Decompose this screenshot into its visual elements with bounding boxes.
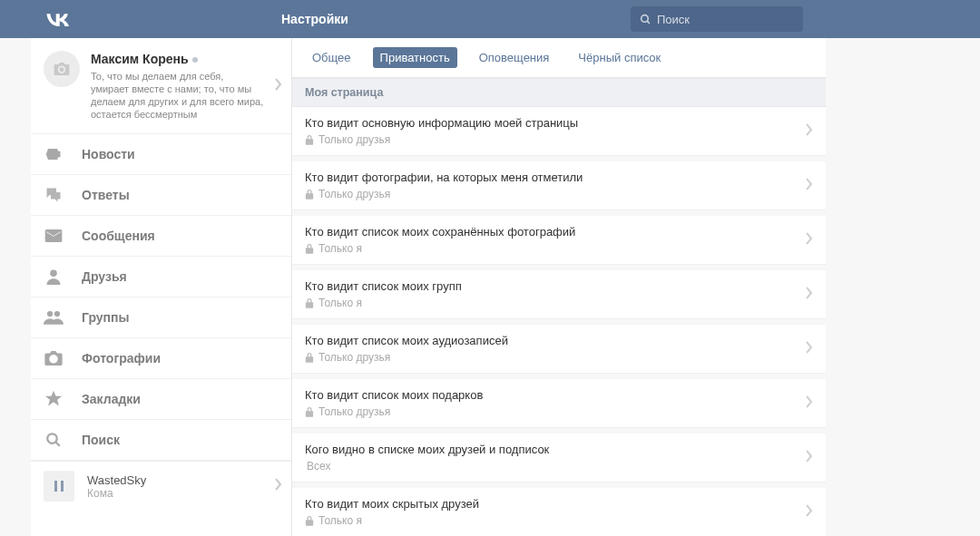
privacy-setting-row[interactable]: Кого видно в списке моих друзей и подпис…	[292, 434, 826, 482]
setting-value: Только друзья	[305, 133, 813, 146]
setting-title: Кто видит фотографии, на которых меня от…	[305, 171, 813, 184]
tab-general[interactable]: Общее	[305, 47, 358, 68]
sidebar-item-replies[interactable]: Ответы	[31, 175, 291, 216]
chevron-right-icon	[806, 232, 813, 249]
privacy-setting-row[interactable]: Кто видит список моих сохранённых фотогр…	[292, 216, 826, 265]
friends-icon	[44, 268, 64, 285]
sidebar-item-search[interactable]: Поиск	[31, 420, 291, 461]
setting-title: Кого видно в списке моих друзей и подпис…	[305, 443, 813, 456]
setting-value: Всех	[305, 460, 813, 473]
chevron-right-icon	[806, 450, 813, 466]
profile-card[interactable]: Максим Корень То, что мы делаем для себя…	[31, 38, 291, 134]
profile-status: То, что мы делаем для себя, умирает вмес…	[91, 70, 280, 121]
sidebar: Максим Корень То, что мы делаем для себя…	[31, 38, 292, 536]
tabs: Общее Приватность Оповещения Чёрный спис…	[292, 38, 826, 78]
setting-title: Кто видит моих скрытых друзей	[305, 497, 813, 511]
svg-rect-7	[54, 481, 57, 492]
chevron-right-icon	[806, 287, 813, 303]
sidebar-item-label: Новости	[82, 147, 135, 161]
privacy-setting-row[interactable]: Кто видит основную информацию моей стран…	[292, 107, 826, 156]
avatar	[44, 51, 80, 87]
tab-blacklist[interactable]: Чёрный список	[571, 47, 668, 68]
chevron-right-icon	[275, 478, 282, 494]
setting-value: Только я	[305, 514, 813, 527]
setting-title: Кто видит список моих подарков	[305, 388, 813, 402]
sidebar-item-label: Сообщения	[82, 229, 155, 243]
lock-icon	[305, 243, 314, 254]
news-icon	[44, 146, 64, 162]
content: Общее Приватность Оповещения Чёрный спис…	[292, 38, 980, 536]
vk-logo[interactable]	[45, 12, 281, 26]
lock-icon	[305, 297, 314, 308]
sidebar-item-bookmarks[interactable]: Закладки	[31, 379, 291, 420]
topbar: Настройки Поиск	[0, 0, 980, 38]
setting-title: Кто видит список моих аудиозаписей	[305, 334, 813, 347]
svg-point-3	[47, 311, 53, 317]
player-track: Кома	[87, 487, 146, 500]
svg-rect-8	[61, 481, 64, 492]
lock-icon	[305, 515, 314, 526]
groups-icon	[44, 309, 64, 326]
sidebar-item-label: Ответы	[82, 188, 130, 202]
messages-icon	[44, 229, 64, 242]
pause-button[interactable]	[44, 471, 74, 502]
svg-line-6	[55, 442, 60, 446]
sidebar-item-label: Закладки	[82, 392, 141, 406]
setting-value: Только я	[305, 242, 813, 255]
search-placeholder: Поиск	[657, 13, 690, 26]
chevron-right-icon	[806, 341, 813, 357]
privacy-setting-row[interactable]: Кто видит фотографии, на которых меня от…	[292, 161, 826, 210]
setting-title: Кто видит основную информацию моей стран…	[305, 116, 813, 130]
tab-privacy[interactable]: Приватность	[373, 47, 457, 68]
svg-line-1	[647, 21, 650, 24]
lock-icon	[305, 352, 314, 363]
replies-icon	[44, 187, 64, 203]
chevron-right-icon	[275, 78, 282, 94]
profile-name: Максим Корень	[91, 52, 189, 66]
photos-icon	[44, 351, 64, 365]
lock-icon	[305, 189, 314, 200]
privacy-setting-row[interactable]: Кто видит список моих подарковТолько дру…	[292, 379, 826, 428]
page-title: Настройки	[281, 12, 594, 26]
privacy-setting-row[interactable]: Кто видит моих скрытых друзейТолько я	[292, 488, 826, 536]
tab-notifications[interactable]: Оповещения	[472, 47, 557, 68]
chevron-right-icon	[806, 504, 813, 521]
chevron-right-icon	[806, 123, 813, 140]
search-icon	[640, 14, 652, 25]
svg-point-0	[642, 15, 649, 22]
lock-icon	[305, 406, 314, 417]
setting-value: Только друзья	[305, 351, 813, 364]
section-header-my-page: Моя страница	[292, 78, 826, 107]
setting-value: Только я	[305, 297, 813, 309]
svg-point-2	[50, 270, 57, 278]
lock-icon	[305, 134, 314, 145]
sidebar-item-label: Друзья	[82, 269, 127, 284]
setting-title: Кто видит список моих сохранённых фотогр…	[305, 225, 813, 239]
sidebar-item-news[interactable]: Новости	[31, 134, 291, 175]
sidebar-item-messages[interactable]: Сообщения	[31, 216, 291, 257]
setting-value: Только друзья	[305, 405, 813, 418]
sidebar-item-photos[interactable]: Фотографии	[31, 338, 291, 379]
privacy-setting-row[interactable]: Кто видит список моих аудиозаписейТолько…	[292, 325, 826, 374]
sidebar-item-label: Фотографии	[82, 351, 161, 365]
pause-icon	[54, 481, 64, 492]
audio-player[interactable]: WastedSky Кома	[31, 461, 291, 511]
sidebar-item-friends[interactable]: Друзья	[31, 257, 291, 297]
sidebar-item-label: Группы	[82, 310, 129, 325]
sidebar-item-groups[interactable]: Группы	[31, 297, 291, 338]
chevron-right-icon	[806, 178, 813, 194]
camera-icon	[54, 63, 70, 75]
setting-title: Кто видит список моих групп	[305, 279, 813, 293]
search-input[interactable]: Поиск	[631, 6, 803, 32]
sidebar-item-label: Поиск	[82, 433, 120, 447]
search-nav-icon	[44, 432, 64, 448]
online-indicator	[192, 57, 198, 63]
svg-point-5	[47, 434, 57, 443]
setting-value: Только друзья	[305, 188, 813, 200]
svg-point-4	[54, 311, 60, 317]
chevron-right-icon	[806, 395, 813, 412]
privacy-setting-row[interactable]: Кто видит список моих группТолько я	[292, 270, 826, 319]
player-artist: WastedSky	[87, 473, 146, 487]
bookmarks-icon	[44, 390, 64, 408]
